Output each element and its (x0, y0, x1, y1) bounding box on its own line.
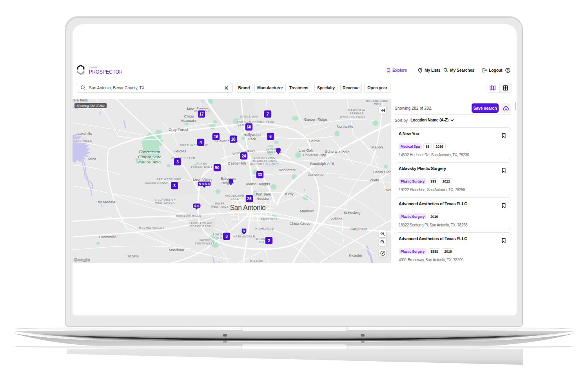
svg-text:?: ? (507, 69, 509, 72)
svg-text:dera Falls: dera Falls (73, 99, 88, 102)
svg-text:DEL LAGO: DEL LAGO (249, 262, 265, 263)
svg-text:WEST SIDE: WEST SIDE (211, 205, 229, 208)
svg-text:Macdona: Macdona (169, 248, 184, 252)
svg-text:SPRINGS: SPRINGS (350, 112, 364, 115)
svg-text:CYPRESS POINT: CYPRESS POINT (340, 116, 366, 118)
svg-text:INTERNATIONAL: INTERNATIONAL (252, 159, 277, 162)
svg-text:Mico: Mico (88, 157, 96, 161)
svg-text:17: 17 (199, 112, 204, 116)
svg-text:MEDINA VALLEY: MEDINA VALLEY (139, 226, 164, 229)
svg-text:LAKE HILLS: LAKE HILLS (73, 139, 92, 142)
svg-text:HARLANDALE: HARLANDALE (233, 235, 255, 238)
svg-text:Martinez: Martinez (300, 209, 314, 213)
svg-text:Schertz: Schertz (325, 149, 338, 154)
svg-text:ALAMO: ALAMO (196, 162, 208, 165)
svg-text:China Grove: China Grove (289, 221, 310, 226)
svg-text:Cibolo: Cibolo (339, 150, 350, 154)
svg-text:Selma: Selma (309, 139, 320, 143)
svg-text:UNITED: UNITED (199, 239, 211, 242)
svg-text:VILLAGES OF: VILLAGES OF (154, 198, 176, 201)
svg-text:3: 3 (225, 234, 228, 239)
svg-text:Garden Ridge: Garden Ridge (304, 117, 327, 121)
svg-text:New: New (385, 188, 391, 192)
svg-text:7: 7 (267, 112, 269, 116)
svg-text:Alamo Heights: Alamo Heights (246, 182, 270, 186)
svg-text:Fort Sam: Fort Sam (256, 192, 271, 196)
svg-text:Park: Park (248, 137, 256, 141)
svg-text:WOODLAWN: WOODLAWN (225, 194, 244, 197)
svg-text:St Hedwig: St Hedwig (343, 210, 360, 215)
svg-text:ENCINO PARK: ENCINO PARK (252, 121, 274, 123)
svg-text:Mountain: Mountain (180, 118, 196, 123)
svg-text:FORCE BASE: FORCE BASE (191, 225, 211, 228)
svg-text:Kicaster: Kicaster (349, 253, 362, 257)
svg-text:Canyon State: Canyon State (138, 154, 161, 159)
svg-text:Leon Valley: Leon Valley (193, 177, 212, 181)
svg-text:Natural Area: Natural Area (138, 159, 161, 164)
svg-text:HIGHLANDS: HIGHLANDS (255, 227, 274, 230)
svg-text:Windcrest: Windcrest (279, 168, 296, 172)
svg-text:FARMSTEADS: FARMSTEADS (191, 165, 213, 168)
svg-text:Grey Forest: Grey Forest (169, 127, 189, 132)
svg-text:STONE OAK: STONE OAK (240, 115, 258, 118)
svg-text:Marion: Marion (371, 145, 383, 149)
svg-text:Carpenter: Carpenter (350, 226, 367, 231)
svg-text:ALAMO RANCH: ALAMO RANCH (145, 181, 169, 184)
svg-text:MISSION: MISSION (250, 259, 263, 262)
svg-text:$ $ $ $: $ $ $ $ (199, 182, 210, 186)
svg-text:Lacoste: Lacoste (125, 254, 138, 258)
svg-text:Helotes: Helotes (174, 149, 186, 153)
svg-text:24: 24 (241, 154, 246, 158)
svg-text:8: 8 (173, 184, 176, 188)
svg-text:Lakehills: Lakehills (78, 131, 92, 136)
svg-text:WESTCREEK: WESTCREEK (155, 201, 175, 204)
svg-text:LACKLAND AIR: LACKLAND AIR (189, 222, 213, 224)
svg-text:18: 18 (231, 137, 236, 141)
svg-text:INNER: INNER (215, 202, 225, 205)
svg-text:Live Oak: Live Oak (298, 148, 313, 152)
svg-text:Kirby: Kirby (285, 192, 294, 196)
svg-text:2: 2 (268, 239, 270, 243)
svg-text:$: $ (243, 229, 245, 233)
svg-text:MAGNOLIA: MAGNOLIA (348, 109, 365, 112)
svg-text:Northcliffe: Northcliffe (337, 124, 354, 128)
svg-text:50: 50 (215, 166, 220, 170)
svg-text:Balcones: Balcones (221, 176, 236, 181)
svg-text:FAR WEST SIDE: FAR WEST SIDE (156, 178, 181, 181)
svg-text:Cross: Cross (184, 114, 194, 118)
svg-text:EAST SIDE: EAST SIDE (261, 218, 278, 221)
svg-text:MOCKINGBIRD: MOCKINGBIRD (366, 100, 388, 102)
svg-text:SOUTHWEST: SOUTHWEST (195, 242, 215, 245)
svg-text:Rio Medina: Rio Medina (96, 200, 116, 204)
svg-text:Zuehl: Zuehl (370, 178, 379, 182)
svg-text:AIRPORT VICINITY: AIRPORT VICINITY (250, 163, 279, 165)
svg-text:3: 3 (176, 160, 179, 164)
svg-text:60: 60 (247, 125, 251, 129)
svg-text:33: 33 (258, 173, 262, 177)
svg-text:Universal City: Universal City (303, 153, 326, 157)
svg-text:HEIG: HEIG (374, 102, 382, 105)
svg-text:Houston: Houston (256, 196, 270, 201)
svg-text:Converse: Converse (308, 172, 324, 177)
svg-text:16: 16 (214, 135, 218, 139)
svg-text:Government: Government (139, 149, 160, 154)
svg-text:RAINBOW HILLS: RAINBOW HILLS (176, 214, 201, 217)
svg-text:San Antonio: San Antonio (230, 204, 265, 212)
svg-text:Castle Hills: Castle Hills (228, 161, 247, 165)
svg-text:Adkins: Adkins (331, 217, 343, 221)
svg-text:Castroville: Castroville (99, 235, 116, 239)
svg-text:Santa Clara: Santa Clara (373, 170, 391, 174)
svg-text:Hollywood: Hollywood (243, 132, 261, 137)
svg-text:SAN ANTONIO: SAN ANTONIO (254, 156, 276, 159)
svg-text:6: 6 (269, 134, 272, 139)
svg-text:$ $: $ $ (194, 204, 200, 208)
svg-text:Randolph AFB: Randolph AFB (310, 161, 334, 166)
svg-text:26: 26 (247, 197, 252, 201)
svg-text:4: 4 (200, 140, 202, 145)
svg-text:LAKE: LAKE (230, 197, 239, 200)
